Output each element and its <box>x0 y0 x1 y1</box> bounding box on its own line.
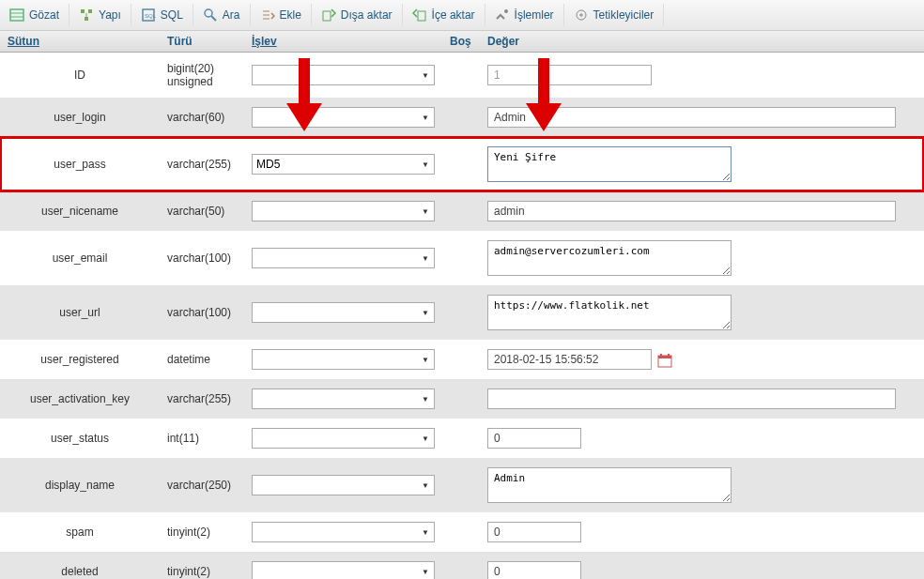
function-select[interactable] <box>252 349 435 370</box>
top-toolbar: Gözat Yapı SQL SQL Ara Ekle <box>0 0 924 31</box>
tool-triggers[interactable]: Tetikleyiciler <box>564 4 665 26</box>
calendar-icon[interactable] <box>657 353 672 368</box>
column-name: user_email <box>0 231 160 285</box>
tool-export[interactable]: Dışa aktar <box>312 4 403 26</box>
svg-rect-3 <box>81 9 85 13</box>
import-icon <box>412 8 427 23</box>
column-name: user_url <box>0 285 160 340</box>
null-cell <box>442 231 480 285</box>
function-cell <box>244 552 442 579</box>
operations-icon <box>495 8 510 23</box>
value-input-ID[interactable] <box>487 65 652 85</box>
tool-browse[interactable]: Gözat <box>0 4 69 26</box>
function-cell <box>244 458 442 512</box>
tool-insert[interactable]: Ekle <box>251 4 312 26</box>
row-user_email: user_emailvarchar(100)admin@servercozuml… <box>0 231 924 285</box>
function-select[interactable] <box>252 522 435 542</box>
row-display_name: display_namevarchar(250)Admin <box>0 458 924 512</box>
svg-point-16 <box>504 9 508 13</box>
function-select[interactable] <box>252 107 435 128</box>
value-input-user_activation_key[interactable] <box>487 389 896 409</box>
value-cell <box>480 419 924 458</box>
browse-icon <box>9 8 24 23</box>
value-input-spam[interactable] <box>487 522 581 542</box>
null-cell <box>442 458 480 512</box>
function-select[interactable] <box>252 428 435 449</box>
value-input-user_pass[interactable]: Yeni Şifre <box>487 146 732 182</box>
row-user_activation_key: user_activation_keyvarchar(255) <box>0 379 924 419</box>
function-cell <box>244 285 442 340</box>
value-cell: Yeni Şifre <box>480 137 924 191</box>
function-select[interactable] <box>252 561 435 579</box>
tool-structure[interactable]: Yapı <box>69 4 131 26</box>
header-islev[interactable]: İşlev <box>244 31 442 53</box>
value-input-display_name[interactable]: Admin <box>487 467 732 503</box>
null-cell <box>442 191 480 231</box>
svg-rect-4 <box>88 9 92 13</box>
tool-search[interactable]: Ara <box>193 4 251 26</box>
insert-icon <box>260 8 275 23</box>
value-input-user_registered[interactable] <box>487 349 652 370</box>
null-cell <box>442 98 480 137</box>
header-bos: Boş <box>442 31 480 53</box>
null-cell <box>442 512 480 552</box>
column-name: display_name <box>0 458 160 512</box>
search-icon <box>203 8 218 23</box>
tool-label: Yapı <box>99 8 121 22</box>
function-cell <box>244 379 442 419</box>
value-input-user_url[interactable]: https://www.flatkolik.net <box>487 295 732 330</box>
value-input-deleted[interactable] <box>487 561 581 579</box>
null-cell <box>442 340 480 379</box>
column-type: datetime <box>160 340 244 379</box>
tool-label: SQL <box>161 8 183 22</box>
function-select[interactable]: MD5 <box>252 154 435 175</box>
value-input-user_login[interactable] <box>487 107 896 128</box>
header-sutun[interactable]: Sütun <box>0 31 160 53</box>
column-name: spam <box>0 512 160 552</box>
value-cell <box>480 98 924 137</box>
row-deleted: deletedtinyint(2) <box>0 552 924 579</box>
triggers-icon <box>574 8 589 23</box>
column-name: user_nicename <box>0 191 160 231</box>
function-cell <box>244 231 442 285</box>
column-name: ID <box>0 53 160 99</box>
tool-operations[interactable]: İşlemler <box>485 4 564 26</box>
function-cell <box>244 419 442 458</box>
structure-icon <box>79 8 94 23</box>
export-icon <box>321 8 336 23</box>
null-cell <box>442 137 480 191</box>
value-cell <box>480 340 924 379</box>
insert-form-table: Sütun Türü İşlev Boş Değer IDbigint(20) … <box>0 31 924 579</box>
null-cell <box>442 419 480 458</box>
function-select[interactable] <box>252 302 435 323</box>
tool-sql[interactable]: SQL SQL <box>131 4 193 26</box>
value-cell: Admin <box>480 458 924 512</box>
function-cell: MD5 <box>244 137 442 191</box>
sql-icon: SQL <box>141 8 156 23</box>
null-cell <box>442 552 480 579</box>
function-select[interactable] <box>252 248 435 268</box>
function-select[interactable] <box>252 389 435 409</box>
tool-import[interactable]: İçe aktar <box>403 4 485 26</box>
row-user_pass: user_passvarchar(255)MD5Yeni Şifre <box>0 137 924 191</box>
value-input-user_status[interactable] <box>487 428 581 449</box>
svg-rect-15 <box>418 11 425 21</box>
value-cell <box>480 191 924 231</box>
value-input-user_email[interactable]: admin@servercozumleri.com <box>487 240 732 276</box>
header-row: Sütun Türü İşlev Boş Değer <box>0 31 924 53</box>
function-select[interactable] <box>252 65 435 85</box>
svg-point-9 <box>205 9 212 17</box>
null-cell <box>442 379 480 419</box>
tool-label: Ekle <box>280 8 301 22</box>
function-cell <box>244 340 442 379</box>
row-user_nicename: user_nicenamevarchar(50) <box>0 191 924 231</box>
svg-line-10 <box>211 16 216 21</box>
column-name: user_login <box>0 98 160 137</box>
svg-rect-5 <box>85 17 88 21</box>
column-name: user_registered <box>0 340 160 379</box>
function-select[interactable] <box>252 475 435 495</box>
column-type: varchar(100) <box>160 285 244 340</box>
column-type: bigint(20) unsigned <box>160 53 244 99</box>
function-select[interactable] <box>252 201 435 221</box>
value-input-user_nicename[interactable] <box>487 201 896 221</box>
